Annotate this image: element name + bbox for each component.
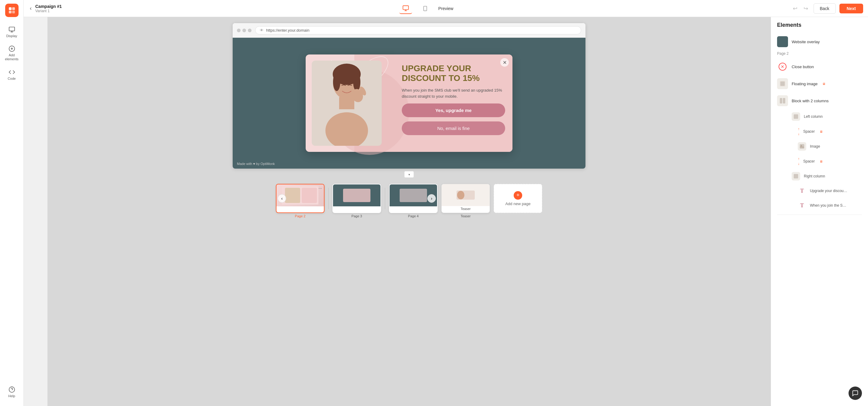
page-thumb-2-wrapper: ··· ‹: [276, 184, 324, 213]
canvas-area: 👁 https://enter.your.domain: [48, 17, 771, 406]
element-spacer-1[interactable]: ↑ ↓ Spacer 🖥: [771, 124, 868, 139]
svg-rect-4: [9, 27, 14, 31]
upgrade-text-label: Upgrade your discou…: [810, 189, 847, 193]
page-4-menu-btn[interactable]: ···: [432, 186, 435, 191]
svg-point-49: [801, 145, 802, 147]
svg-rect-46: [783, 98, 785, 104]
spacer-1-icon: ↑ ↓: [798, 127, 800, 136]
popup-secondary-btn[interactable]: No, email is fine: [402, 121, 505, 135]
element-right-column[interactable]: Right column: [771, 169, 868, 183]
sidebar-item-code[interactable]: Code: [2, 66, 22, 84]
page-4-nav-right[interactable]: ›: [427, 194, 436, 203]
svg-rect-48: [800, 144, 804, 149]
pages-list: ··· ‹ ···: [276, 184, 542, 213]
page-2-menu-btn[interactable]: ···: [318, 186, 322, 191]
right-column-label: Right column: [804, 174, 825, 178]
page-2-nav-left[interactable]: ‹: [278, 194, 286, 203]
top-center: Preview: [62, 3, 791, 14]
campaign-title: Campaign #1: [35, 4, 62, 9]
page-thumb-3[interactable]: ···: [333, 184, 381, 213]
upgrade-text-icon: T: [798, 186, 806, 195]
svg-rect-3: [12, 11, 15, 13]
expand-toggle-btn[interactable]: ▾: [404, 171, 414, 178]
add-page-label: Add new page: [505, 201, 530, 206]
element-close-button[interactable]: ✕ Close button: [771, 58, 868, 75]
image-label: Image: [810, 144, 820, 148]
floating-image-icon: [777, 78, 788, 89]
popup-primary-btn[interactable]: Yes, upgrade me: [402, 104, 505, 117]
sidebar-code-label: Code: [8, 77, 16, 81]
page-3-menu-btn[interactable]: ···: [375, 186, 379, 191]
preview-label: Preview: [438, 6, 454, 11]
app-logo[interactable]: [5, 4, 19, 17]
separator-2: [385, 188, 385, 209]
close-button-icon: ✕: [777, 61, 788, 72]
page-thumb-3-wrapper: ···: [333, 184, 381, 213]
svg-point-26: [333, 73, 340, 91]
close-button-label: Close button: [792, 64, 814, 69]
browser-dots: [237, 29, 251, 32]
block-columns-label: Block with 2 columns: [792, 98, 829, 103]
close-circle: ✕: [779, 63, 786, 70]
element-website-overlay[interactable]: Website overlay: [771, 33, 868, 50]
desktop-device-btn[interactable]: [399, 3, 412, 14]
popup-overlay: ✕: [306, 55, 513, 152]
svg-rect-1: [12, 7, 15, 10]
sidebar-item-display[interactable]: Display: [2, 23, 22, 41]
browser-dot-yellow: [242, 29, 246, 32]
popup-right: UPGRADE YOUR DISCOUNT TO 15% When you jo…: [397, 55, 513, 152]
browser-mock: 👁 https://enter.your.domain: [232, 23, 585, 169]
element-floating-image[interactable]: Floating image 🖥: [771, 75, 868, 92]
sidebar-item-add-elements[interactable]: Addelements: [2, 42, 22, 64]
divider: [777, 214, 862, 215]
main-content: 👁 https://enter.your.domain: [48, 17, 868, 406]
person-image: [312, 61, 382, 146]
redo-btn[interactable]: ↪: [802, 4, 810, 13]
svg-point-41: [457, 191, 464, 199]
chat-bubble-btn[interactable]: [848, 386, 862, 400]
element-spacer-2[interactable]: ↑ ↓ Spacer 🖥: [771, 154, 868, 169]
svg-point-10: [9, 387, 14, 392]
element-block-2-columns[interactable]: Block with 2 columns: [771, 92, 868, 109]
page-labels-row: Page 2 Page 3 Page 4 Teaser: [232, 213, 585, 218]
page-4-label: Page 4: [389, 214, 438, 218]
undo-btn[interactable]: ↩: [791, 4, 799, 13]
spacer-2-icon: ↑ ↓: [798, 157, 800, 166]
top-right-actions: ↩ ↪ Back Next: [791, 3, 863, 14]
spacer-2-label: Spacer: [803, 159, 815, 164]
separator-1: [328, 188, 329, 209]
website-overlay-icon: [777, 36, 788, 47]
spacer-1-label: Spacer: [803, 129, 815, 134]
svg-rect-47: [794, 114, 798, 119]
when-text-icon: T: [798, 201, 806, 210]
add-page-btn[interactable]: + Add new page: [494, 184, 542, 213]
svg-rect-36: [343, 189, 370, 202]
browser-dot-green: [248, 29, 251, 32]
element-when-text[interactable]: T When you join the S…: [771, 198, 868, 213]
element-image[interactable]: Image: [771, 139, 868, 154]
url-text: https://enter.your.domain: [266, 28, 309, 33]
page-3-label: Page 3: [333, 214, 381, 218]
right-panel: Elements Website overlay Page 2 ✕ Close …: [771, 17, 868, 406]
svg-rect-45: [780, 98, 782, 104]
svg-rect-33: [285, 188, 300, 203]
breadcrumb: ‹ Campaign #1 Variant 1: [29, 4, 62, 13]
back-button[interactable]: Back: [813, 3, 836, 14]
browser-url-bar[interactable]: 👁 https://enter.your.domain: [255, 26, 581, 34]
element-left-column[interactable]: Left column: [771, 109, 868, 124]
mobile-device-btn[interactable]: [420, 3, 431, 14]
popup-heading: UPGRADE YOUR DISCOUNT TO 15%: [402, 64, 505, 83]
next-button[interactable]: Next: [839, 4, 863, 13]
element-upgrade-text[interactable]: T Upgrade your discou…: [771, 183, 868, 198]
teaser-page-label: Teaser: [441, 214, 490, 218]
teaser-thumb[interactable]: Teaser: [441, 184, 490, 213]
left-column-label: Left column: [804, 114, 823, 119]
when-text-label: When you join the S…: [810, 203, 846, 208]
svg-rect-0: [9, 7, 11, 10]
sidebar-item-help[interactable]: Help: [2, 383, 22, 401]
back-nav-arrow[interactable]: ‹: [29, 4, 33, 13]
undo-redo-group: ↩ ↪: [791, 4, 810, 13]
sidebar-add-label: Addelements: [5, 53, 19, 61]
browser-dot-red: [237, 29, 241, 32]
svg-rect-38: [400, 189, 427, 202]
